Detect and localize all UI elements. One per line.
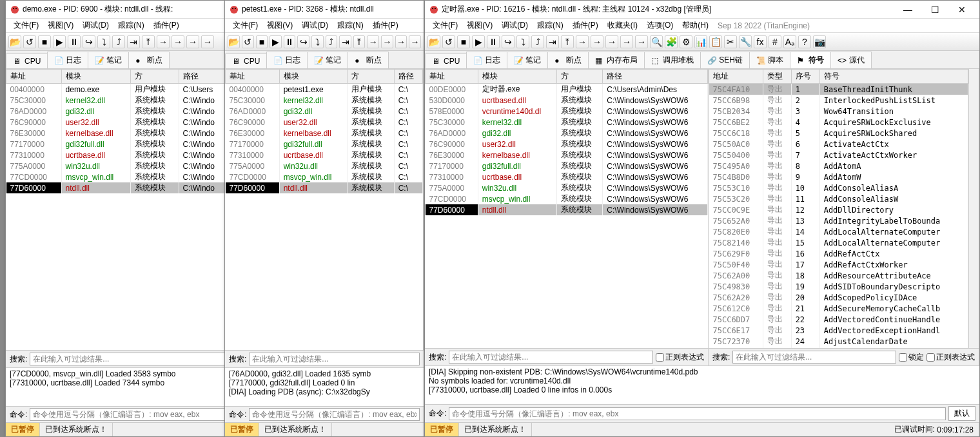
menu-item[interactable]: 视图(V) xyxy=(463,19,496,32)
toolbar-button[interactable]: → xyxy=(157,35,170,48)
module-row[interactable]: 77170000gdi32full.dll系统模块C:\Windows\SysW… xyxy=(426,160,708,171)
module-row[interactable]: 77D60000ntdll.dll系统模块C:\Windo xyxy=(6,182,228,193)
toolbar-button[interactable]: ⚙ xyxy=(680,35,692,48)
symbol-row[interactable]: 75C50400导出7ActivateActCtxWorker xyxy=(709,150,968,160)
symbol-row[interactable]: 75C62A00导出18AddResourceAttributeAce xyxy=(709,270,968,281)
module-grid[interactable]: 基址模块方路径00400000demo.exe用户模块C:\Users75C30… xyxy=(6,69,228,350)
menu-item[interactable]: 调试(D) xyxy=(298,19,332,32)
toolbar-button[interactable]: ↺ xyxy=(442,35,455,48)
tab-笔记[interactable]: 📝笔记 xyxy=(88,52,129,68)
toolbar-button[interactable]: ↪ xyxy=(502,35,514,48)
menu-item[interactable]: 跟踪(N) xyxy=(533,19,567,32)
toolbar-button[interactable]: ⏸ xyxy=(284,35,296,48)
tab-断点[interactable]: ●断点 xyxy=(128,52,170,68)
symbol-row[interactable]: 75C50F40导出17AddRefActCtxWorker xyxy=(709,259,968,270)
symbol-row[interactable]: 75C53C20导出11AddConsoleAliasW xyxy=(709,193,968,204)
symbol-row[interactable]: 75C612C0导出21AddSecureMemoryCacheCallb xyxy=(709,303,968,314)
toolbar-button[interactable]: ⤴ xyxy=(326,35,338,48)
col-header[interactable]: 地址 xyxy=(709,70,763,84)
symbol-grid[interactable]: 地址类型序号符号75C4FA10导出1BaseThreadInitThunk75… xyxy=(709,69,979,348)
maximize-button[interactable]: ☐ xyxy=(921,1,948,18)
menu-item[interactable]: 插件(P) xyxy=(569,19,602,32)
module-row[interactable]: 775A0000win32u.dll系统模块C:\ xyxy=(226,160,423,171)
col-header[interactable]: 基址 xyxy=(6,70,62,84)
menu-item[interactable]: 帮助(H) xyxy=(678,19,712,32)
toolbar-button[interactable]: ▶ xyxy=(53,35,66,48)
module-row[interactable]: 76E30000kernelbase.dll系统模块C:\Windo xyxy=(6,128,228,139)
titlebar[interactable]: 定时器.exe - PID: 16216 - 模块: ntdll.dll - 线… xyxy=(425,1,979,19)
module-grid[interactable]: 基址模块方路径00400000petest1.exe用户模块C:\75C3000… xyxy=(225,69,423,350)
module-row[interactable]: 77CD0000msvcp_win.dll系统模块C:\Windo xyxy=(6,171,228,182)
module-row[interactable]: 00DE0000定时器.exe用户模块C:\Users\Admin\Des xyxy=(426,84,708,95)
symbol-row[interactable]: 75C49830导出19AddSIDToBoundaryDescripto xyxy=(709,281,968,292)
tab-CPU[interactable]: 🖥CPU xyxy=(6,53,48,68)
menu-item[interactable]: 文件(F) xyxy=(429,19,462,32)
col-header[interactable]: 类型 xyxy=(763,70,791,84)
symbol-row[interactable]: 75C495A0导出8AddAtomA xyxy=(709,160,968,171)
module-row[interactable]: 76C90000user32.dll系统模块C:\Windo xyxy=(6,117,228,128)
col-header[interactable]: 路径 xyxy=(394,70,422,84)
module-row[interactable]: 77CD0000msvcp_win.dll系统模块C:\ xyxy=(226,171,423,182)
toolbar-button[interactable]: → xyxy=(620,35,633,48)
col-header[interactable]: 路径 xyxy=(603,70,708,84)
col-header[interactable]: 基址 xyxy=(226,70,280,84)
tab-脚本[interactable]: 📜脚本 xyxy=(749,52,790,68)
symbol-row[interactable]: 75CC6C18导出5AcquireSRWLockShared xyxy=(709,128,968,139)
module-row[interactable]: 75C30000kernel32.dll系统模块C:\ xyxy=(226,95,423,106)
scrollbar[interactable] xyxy=(968,69,979,348)
log[interactable]: [77CD0000, msvcp_win.dll] Loaded 3583 sy… xyxy=(6,367,229,406)
menu-item[interactable]: 调试(D) xyxy=(79,19,113,32)
toolbar-button[interactable]: ⤒ xyxy=(561,35,574,48)
toolbar-button[interactable]: ⤵ xyxy=(97,35,110,48)
toolbar-button[interactable]: 📊 xyxy=(694,35,707,48)
menu-item[interactable]: 收藏夹(I) xyxy=(603,19,642,32)
symbol-row[interactable]: 75C53C10导出10AddConsoleAliasA xyxy=(709,182,968,193)
toolbar-button[interactable]: 📂 xyxy=(427,35,440,48)
symbol-row[interactable]: 75CC6B98导出2InterlockedPushListSList xyxy=(709,95,968,106)
symbol-row[interactable]: 75CB2034导出3Wow64Transition xyxy=(709,106,968,117)
toolbar-button[interactable]: Aₐ xyxy=(783,35,796,48)
module-row[interactable]: 77170000gdi32full.dll系统模块C:\Windo xyxy=(6,139,228,150)
col-header[interactable]: 方 xyxy=(130,70,179,84)
tab-符号[interactable]: ⚑符号 xyxy=(790,52,831,68)
toolbar-button[interactable]: ↺ xyxy=(242,35,254,48)
lock-checkbox[interactable]: 锁定 xyxy=(899,352,924,363)
toolbar-button[interactable]: ⇥ xyxy=(339,35,351,48)
col-header[interactable]: 基址 xyxy=(426,70,478,84)
module-row[interactable]: 76E30000kernelbase.dll系统模块C:\ xyxy=(226,128,423,139)
log[interactable]: [76AD0000, gdi32.dll] Loaded 1635 symb[7… xyxy=(225,367,424,406)
toolbar-button[interactable]: ■ xyxy=(256,35,268,48)
toolbar-button[interactable]: ⇥ xyxy=(127,35,140,48)
toolbar-button[interactable]: 📂 xyxy=(228,35,240,48)
toolbar-button[interactable]: ▶ xyxy=(270,35,282,48)
tab-断点[interactable]: ●断点 xyxy=(547,52,589,68)
tab-断点[interactable]: ●断点 xyxy=(348,52,389,68)
symbol-row[interactable]: 75C4B8D0导出9AddAtomW xyxy=(709,171,968,182)
module-row[interactable]: 75C30000kernel32.dll系统模块C:\Windo xyxy=(6,95,228,106)
module-row[interactable]: 775A0000win32u.dll系统模块C:\Windows\SysWOW6 xyxy=(426,182,708,193)
regex-checkbox[interactable]: 正则表达式 xyxy=(926,352,975,363)
menu-item[interactable]: 跟踪(N) xyxy=(333,19,368,32)
symbol-row[interactable]: 75C50AC0导出6ActivateActCtx xyxy=(709,139,968,150)
menu-item[interactable]: 选项(O) xyxy=(643,19,677,32)
search-input[interactable] xyxy=(449,351,653,364)
toolbar-button[interactable]: → xyxy=(186,35,199,48)
regex-checkbox[interactable]: 正则表达式 xyxy=(656,352,704,363)
module-row[interactable]: 76C90000user32.dll系统模块C:\ xyxy=(226,117,423,128)
default-dropdown[interactable]: 默认 xyxy=(948,406,975,421)
toolbar-button[interactable]: ⏸ xyxy=(68,35,81,48)
toolbar-button[interactable]: 📂 xyxy=(8,35,21,48)
toolbar-button[interactable]: ↺ xyxy=(23,35,36,48)
col-header[interactable]: 方 xyxy=(556,70,602,84)
menu-item[interactable]: 视图(V) xyxy=(44,19,77,32)
module-row[interactable]: 77310000ucrtbase.dll系统模块C:\Windo xyxy=(6,150,228,160)
col-header[interactable]: 序号 xyxy=(791,70,819,84)
command-input[interactable] xyxy=(449,407,946,420)
col-header[interactable]: 路径 xyxy=(179,70,228,84)
symbol-row[interactable]: 75C629F0导出16AddRefActCtx xyxy=(709,248,968,259)
symbol-row[interactable]: 75CC6DD7导出22AddVectoredContinueHandle xyxy=(709,314,968,325)
tab-CPU[interactable]: 🖥CPU xyxy=(425,53,467,68)
module-row[interactable]: 76E30000kernelbase.dll系统模块C:\Windows\Sys… xyxy=(426,150,708,160)
module-row[interactable]: 00400000petest1.exe用户模块C:\ xyxy=(226,84,423,95)
command-input[interactable] xyxy=(249,408,420,421)
